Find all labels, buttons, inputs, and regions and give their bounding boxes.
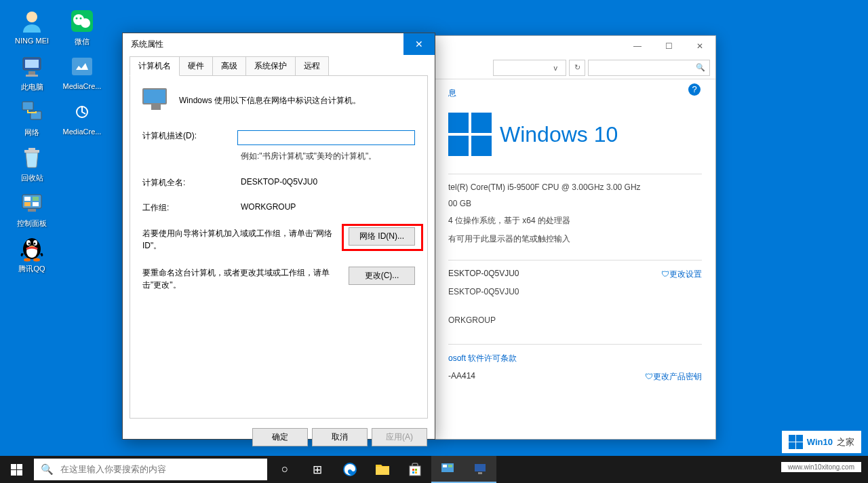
svg-rect-42	[448, 465, 452, 467]
address-dropdown[interactable]: v	[493, 60, 566, 76]
svg-point-29	[34, 243, 36, 245]
change-settings-link[interactable]: 🛡更改设置	[661, 269, 702, 280]
svg-rect-19	[33, 197, 39, 201]
svg-rect-43	[475, 464, 486, 471]
taskbar: 🔍 在这里输入你要搜索的内容 ○ ⊞	[0, 456, 868, 483]
info-link[interactable]: 息	[448, 88, 702, 99]
cortana-icon[interactable]: ○	[269, 456, 301, 483]
help-icon[interactable]: ?	[688, 83, 701, 96]
svg-point-32	[33, 258, 40, 262]
refresh-button[interactable]: ↻	[569, 60, 585, 76]
svg-point-5	[80, 18, 82, 20]
search-placeholder: 在这里输入你要搜索的内容	[60, 463, 166, 476]
tab-computername[interactable]: 计算机名	[130, 56, 180, 76]
desktop-icon-wechat[interactable]: 微信	[58, 7, 106, 47]
svg-rect-39	[415, 471, 417, 474]
description-input[interactable]	[237, 130, 415, 145]
desktop-icon-control[interactable]: 控制面板	[8, 189, 56, 229]
taskview-icon[interactable]: ⊞	[301, 456, 334, 483]
maximize-button[interactable]: ☐	[653, 36, 684, 56]
svg-rect-41	[443, 465, 447, 467]
dialog-tabs: 计算机名 硬件 高级 系统保护 远程	[123, 56, 435, 75]
svg-point-31	[24, 258, 31, 262]
desktop-icon-qq[interactable]: 腾讯QQ	[8, 234, 56, 274]
desktop-icon-media1[interactable]: MediaCre...	[58, 52, 106, 92]
svg-rect-44	[478, 472, 482, 474]
apply-button[interactable]: 应用(A)	[372, 428, 427, 446]
product-id: -AA414	[448, 371, 475, 383]
svg-rect-11	[22, 102, 33, 110]
edge-icon[interactable]	[334, 456, 366, 483]
svg-rect-18	[24, 197, 31, 201]
description-label: 计算机描述(D):	[142, 130, 237, 142]
control-panel-taskbar[interactable]	[431, 456, 464, 483]
wizard-text: 若要使用向导将计算机加入域或工作组，请单击"网络 ID"。	[142, 227, 339, 252]
svg-rect-21	[33, 202, 39, 206]
license-link[interactable]: osoft 软件许可条款	[448, 353, 517, 364]
search-icon: 🔍	[41, 463, 54, 476]
example-text: 例如:"书房计算机"或"美玲的计算机"。	[241, 151, 415, 162]
cancel-button[interactable]: 取消	[312, 428, 368, 446]
desktop-icon-recycle[interactable]: 回收站	[8, 143, 56, 183]
svg-rect-36	[412, 469, 414, 471]
dialog-description: Windows 使用以下信息在网络中标识这台计算机。	[179, 95, 361, 107]
change-key-link[interactable]: 🛡更改产品密钥	[645, 371, 702, 383]
store-icon[interactable]	[399, 456, 431, 483]
cpu-value: tel(R) Core(TM) i5-9500F CPU @ 3.00GHz 3…	[448, 182, 641, 192]
svg-rect-8	[28, 71, 35, 75]
svg-rect-22	[28, 209, 36, 212]
watermark-url: www.win10xitong.com	[781, 462, 861, 472]
systype-value: 4 位操作系统，基于 x64 的处理器	[448, 215, 570, 227]
explorer-icon[interactable]	[366, 456, 399, 483]
desktop-icon-media2[interactable]: MediaCre...	[58, 98, 106, 138]
computer-icon	[142, 88, 170, 113]
desktop-icon-user[interactable]: NING MEI	[8, 7, 56, 47]
desktop-icon-network[interactable]: 网络	[8, 98, 56, 138]
windows-logo: Windows 10	[448, 113, 702, 156]
sysprops-taskbar[interactable]	[464, 456, 496, 483]
fullname-value: ESKTOP-0Q5VJU0	[448, 287, 519, 296]
change-button[interactable]: 更改(C)...	[349, 267, 415, 285]
svg-rect-40	[441, 463, 454, 472]
svg-rect-10	[72, 58, 92, 75]
workgroup-value: ORKGROUP	[448, 315, 496, 325]
tab-hardware[interactable]: 硬件	[179, 56, 213, 75]
search-box-window[interactable]: 🔍	[588, 60, 710, 76]
watermark: Win10 之家	[782, 431, 861, 453]
svg-rect-20	[24, 202, 31, 206]
taskbar-search[interactable]: 🔍 在这里输入你要搜索的内容	[34, 459, 267, 480]
tab-remote[interactable]: 远程	[295, 56, 329, 75]
workgroup-label: 工作组:	[142, 202, 241, 214]
dialog-titlebar: 系统属性 ✕	[123, 33, 435, 55]
compname-value: ESKTOP-0Q5VJU0	[448, 269, 519, 280]
svg-point-0	[26, 12, 37, 22]
dialog-title: 系统属性	[131, 39, 163, 50]
tab-protect[interactable]: 系统保护	[245, 56, 296, 75]
fullname-label: 计算机全名:	[142, 177, 241, 189]
desktop-icons: NING MEI 微信 此电脑 MediaCre... 网络 MediaCre.…	[8, 7, 106, 274]
system-properties-dialog: 系统属性 ✕ 计算机名 硬件 高级 系统保护 远程 Windows 使用以下信息…	[122, 33, 435, 440]
start-button[interactable]	[0, 456, 33, 483]
ram-value: 00 GB	[448, 199, 471, 208]
svg-rect-37	[415, 469, 417, 471]
svg-point-28	[28, 243, 31, 245]
close-button[interactable]: ✕	[684, 36, 715, 56]
pen-value: 有可用于此显示器的笔或触控输入	[448, 233, 570, 245]
ok-button[interactable]: 确定	[252, 428, 308, 446]
svg-rect-34	[376, 467, 389, 475]
tab-advanced[interactable]: 高级	[212, 56, 246, 75]
workgroup-text: WORKGROUP	[241, 202, 296, 212]
svg-point-4	[76, 18, 78, 20]
svg-rect-9	[26, 75, 38, 77]
network-id-button[interactable]: 网络 ID(N)...	[349, 227, 415, 246]
svg-rect-38	[412, 471, 414, 474]
desktop-icon-thispc[interactable]: 此电脑	[8, 52, 56, 92]
minimize-button[interactable]: —	[622, 36, 653, 56]
dialog-close-button[interactable]: ✕	[403, 33, 435, 55]
svg-rect-16	[28, 148, 35, 151]
rename-text: 要重命名这台计算机，或者更改其域或工作组，请单击"更改"。	[142, 267, 339, 291]
system-info-window: — ☐ ✕ v ↻ 🔍 ? 息 Windows 10 tel(R) Core(T…	[434, 35, 716, 440]
fullname-text: DESKTOP-0Q5VJU0	[241, 177, 317, 187]
svg-rect-7	[25, 60, 39, 68]
svg-point-3	[81, 18, 90, 28]
